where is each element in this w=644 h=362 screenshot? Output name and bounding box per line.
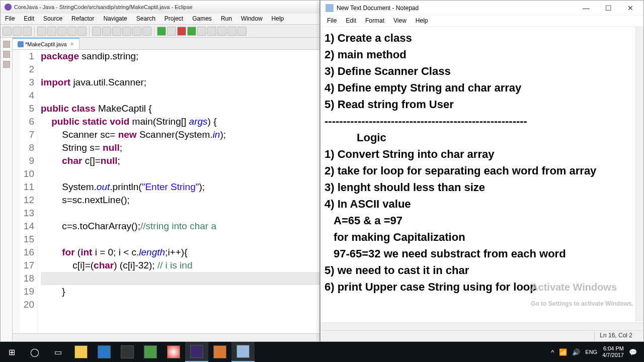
notepad-line: 1) Create a class — [325, 30, 639, 46]
notepad-line: 2) main method — [325, 46, 639, 63]
edge-icon[interactable] — [93, 342, 116, 362]
app-icon[interactable] — [208, 342, 231, 362]
menu-help[interactable]: Help — [411, 16, 433, 26]
window-controls: — ☐ ✕ — [575, 1, 641, 15]
menu-run[interactable]: Run — [216, 14, 236, 24]
toolbar-btn[interactable] — [142, 27, 151, 36]
menu-view[interactable]: View — [389, 16, 411, 26]
menu-help[interactable]: Help — [267, 14, 289, 24]
line-gutter: 1234567891011121314151617181920 — [20, 50, 38, 333]
toolbar-btn[interactable] — [217, 27, 226, 36]
eclipse-toolbar — [1, 25, 319, 38]
date-text: 4/7/2017 — [602, 352, 624, 358]
app-icon[interactable] — [116, 342, 139, 362]
run-button[interactable] — [157, 27, 166, 36]
clock[interactable]: 6:04 PM 4/7/2017 — [602, 345, 624, 358]
notepad-line: 3) lenght should less than size — [325, 179, 639, 196]
eclipse-taskbar-icon[interactable] — [185, 342, 208, 362]
menu-window[interactable]: Window — [236, 14, 267, 24]
stop-button[interactable] — [177, 27, 186, 36]
breakpoint-bar[interactable] — [13, 50, 20, 333]
watermark-line1: Activate Windows — [531, 279, 633, 296]
tray-chevron-icon[interactable]: ^ — [551, 348, 554, 356]
notepad-line: 5) Read string from User — [325, 96, 639, 113]
toolbar-btn[interactable] — [102, 27, 111, 36]
menu-format[interactable]: Format — [361, 16, 389, 26]
menu-edit[interactable]: Edit — [341, 16, 361, 26]
notifications-icon[interactable]: 💬 — [629, 348, 637, 356]
notepad-window: New Text Document - Notepad — ☐ ✕ FileEd… — [320, 0, 644, 342]
menu-file[interactable]: File — [323, 16, 341, 26]
menu-search[interactable]: Search — [132, 14, 160, 24]
toolbar-btn[interactable] — [237, 27, 247, 36]
toolbar-btn[interactable] — [197, 27, 206, 36]
separator — [34, 27, 35, 36]
notepad-title-text: New Text Document - Notepad — [337, 5, 575, 12]
new-button[interactable] — [3, 27, 12, 36]
eclipse-menubar: FileEditSourceRefactorNavigateSearchProj… — [1, 14, 319, 25]
toolbar-btn[interactable] — [227, 27, 236, 36]
notepad-text-area[interactable]: 1) Create a class2) main method3) Define… — [320, 27, 643, 322]
menu-file[interactable]: File — [1, 14, 19, 24]
view-button[interactable] — [3, 51, 10, 58]
notepad-line: 2) take for loop for separating each wor… — [325, 162, 639, 179]
notepad-statusbar: Ln 16, Col 2 — [320, 330, 643, 341]
h-scrollbar[interactable] — [13, 333, 319, 341]
toolbar-btn[interactable] — [92, 27, 101, 36]
menu-refactor[interactable]: Refactor — [67, 14, 99, 24]
eclipse-body: *MakeCaptil.java × 123456789101112131415… — [1, 38, 319, 341]
close-button[interactable]: ✕ — [619, 1, 641, 15]
view-button[interactable] — [3, 41, 10, 48]
v-scrollbar[interactable] — [635, 27, 643, 321]
app-icon[interactable] — [139, 342, 162, 362]
menu-navigate[interactable]: Navigate — [99, 14, 131, 24]
run-last-button[interactable] — [187, 27, 196, 36]
view-button[interactable] — [3, 61, 10, 68]
notepad-titlebar[interactable]: New Text Document - Notepad — ☐ ✕ — [320, 1, 643, 16]
toolbar-btn[interactable] — [122, 27, 131, 36]
menu-games[interactable]: Games — [188, 14, 216, 24]
notepad-line: 3) Define Scanner Class — [325, 63, 639, 79]
toolbar-btn[interactable] — [37, 27, 46, 36]
network-icon[interactable]: 📶 — [559, 348, 567, 356]
file-explorer-icon[interactable] — [69, 342, 93, 362]
menu-edit[interactable]: Edit — [19, 14, 39, 24]
editor-tab-makecaptil[interactable]: *MakeCaptil.java × — [13, 38, 79, 49]
toolbar-btn[interactable] — [67, 27, 76, 36]
taskview-button[interactable]: ▭ — [46, 342, 69, 362]
toolbar-btn[interactable] — [77, 27, 87, 36]
save-all-button[interactable] — [23, 27, 32, 36]
tab-close-icon[interactable]: × — [70, 41, 74, 48]
maximize-button[interactable]: ☐ — [597, 1, 619, 15]
notepad-taskbar-icon[interactable] — [231, 342, 255, 362]
menu-source[interactable]: Source — [39, 14, 67, 24]
chrome-icon[interactable] — [162, 342, 185, 362]
system-tray: ^ 📶 🔊 ENG 6:04 PM 4/7/2017 💬 — [551, 345, 644, 358]
toolbar-btn[interactable] — [112, 27, 121, 36]
cursor-position: Ln 16, Col 2 — [594, 332, 637, 340]
source-text[interactable]: package sandip.string; import java.util.… — [38, 50, 319, 333]
toolbar-btn[interactable] — [57, 27, 66, 36]
notepad-line: 5) we need to cast it in char — [325, 262, 639, 279]
code-area[interactable]: 1234567891011121314151617181920 package … — [13, 50, 319, 333]
cortana-button[interactable]: ◯ — [23, 342, 46, 362]
tab-label: *MakeCaptil.java — [25, 41, 67, 47]
volume-icon[interactable]: 🔊 — [572, 348, 580, 356]
start-button[interactable]: ⊞ — [0, 342, 23, 362]
taskbar-left: ⊞ ◯ ▭ — [0, 342, 255, 362]
notepad-line: Logic — [325, 129, 639, 146]
toolbar-btn[interactable] — [132, 27, 141, 36]
debug-button[interactable] — [167, 27, 176, 36]
notepad-line: 1) Convert String into char array — [325, 146, 639, 162]
language-indicator[interactable]: ENG — [585, 349, 597, 355]
menu-project[interactable]: Project — [160, 14, 188, 24]
minimize-button[interactable]: — — [575, 1, 597, 15]
separator — [89, 27, 90, 36]
save-button[interactable] — [13, 27, 22, 36]
h-scrollbar[interactable] — [320, 322, 643, 330]
toolbar-btn[interactable] — [47, 27, 56, 36]
toolbar-btn[interactable] — [207, 27, 216, 36]
eclipse-icon — [5, 4, 12, 11]
eclipse-titlebar[interactable]: CoreJava - Java - StringCode/src/sandip/… — [1, 1, 319, 14]
java-file-icon — [18, 41, 24, 47]
